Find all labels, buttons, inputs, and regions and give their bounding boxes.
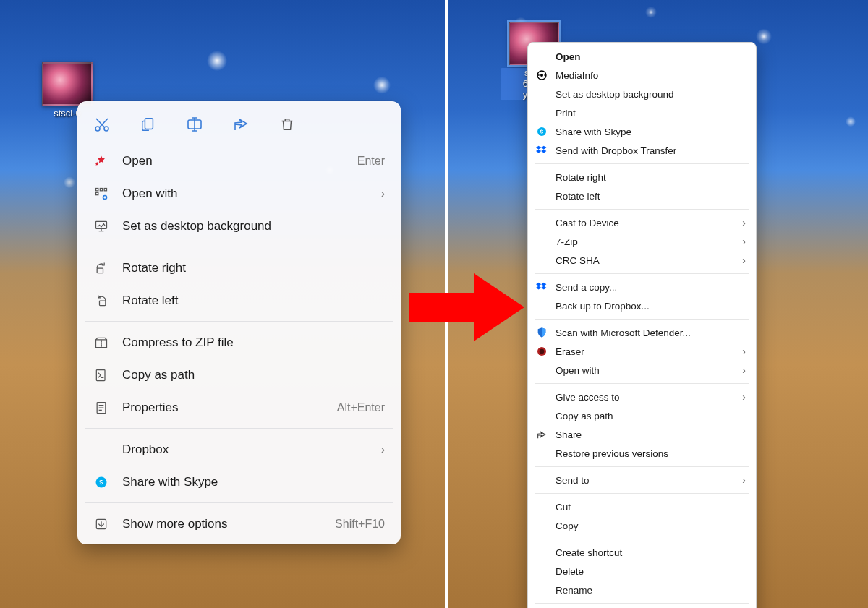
open-icon [93,153,109,169]
cut-icon[interactable] [92,114,112,134]
separator [535,383,749,384]
menu-item-print[interactable]: Print [528,103,756,122]
menu-item-rename[interactable]: Rename [528,581,756,599]
menu-item-set-as-desktop-background[interactable]: Set as desktop background [528,85,756,103]
menu-item-send-to[interactable]: Send to› [528,471,756,489]
mediainfo-icon [535,69,548,82]
menu-item-share-with-skype[interactable]: Share with Skype [77,466,401,498]
context-menu-action-row [77,101,401,145]
chevron-right-icon: › [742,391,746,403]
menu-item-copy-as-path[interactable]: Copy as path [528,406,756,425]
menu-item-label: Copy as path [556,411,746,421]
menu-item-delete[interactable]: Delete [528,562,756,581]
svg-rect-5 [100,188,102,190]
share-icon [535,428,548,441]
menu-item-mediainfo[interactable]: MediaInfo [528,66,756,85]
menu-item-rotate-left[interactable]: Rotate left [528,187,756,205]
blank-icon [535,447,548,460]
menu-item-open[interactable]: OpenEnter [77,145,401,177]
blank-icon [535,364,548,377]
openwith-icon [93,186,109,202]
svg-rect-10 [97,268,103,273]
menu-item-scan-with-microsoft-defender[interactable]: Scan with Microsoft Defender... [528,323,756,342]
menu-item-compress-to-zip-file[interactable]: Compress to ZIP file [77,326,401,359]
menu-item-show-more-options[interactable]: Show more optionsShift+F10 [77,508,401,540]
menu-item-dropbox[interactable]: Dropbox› [77,433,401,466]
menu-item-rotate-right[interactable]: Rotate right [528,168,756,187]
separator [535,539,749,539]
menu-item-open-with[interactable]: Open with› [77,177,401,210]
blank-icon [535,583,548,596]
menu-item-give-access-to[interactable]: Give access to› [528,388,756,406]
blank-icon [535,546,548,559]
menu-item-send-a-copy[interactable]: Send a copy... [528,278,756,296]
menu-item-label: Copy as path [122,368,385,382]
menu-item-share-with-skype[interactable]: Share with Skype [528,122,756,141]
svg-rect-7 [96,192,98,194]
menu-item-share[interactable]: Share [528,425,756,444]
menu-item-back-up-to-dropbox[interactable]: Back up to Dropbox... [528,296,756,315]
blank-icon [535,106,548,119]
blank-icon [535,390,548,403]
separator [535,273,749,274]
chevron-right-icon: › [381,443,385,456]
menu-item-label: Send with Dropbox Transfer [556,145,746,156]
separator [85,428,393,429]
menu-item-label: Open with [556,365,742,376]
svg-rect-6 [104,188,106,190]
menu-item-label: Show more options [122,517,335,531]
menu-item-7-zip[interactable]: 7-Zip› [528,232,756,251]
eraser-icon [535,345,548,358]
menu-item-copy-as-path[interactable]: Copy as path [77,359,401,391]
menu-item-properties[interactable]: PropertiesAlt+Enter [77,391,401,424]
more-icon [93,516,109,532]
menu-item-open[interactable]: Open [528,47,756,66]
menu-item-cast-to-device[interactable]: Cast to Device› [528,213,756,232]
menu-item-label: Rotate right [122,261,385,275]
blank-icon [535,189,548,202]
blank-icon [535,409,548,422]
zip-icon [93,335,109,351]
separator [535,319,749,320]
menu-item-create-shortcut[interactable]: Create shortcut [528,543,756,562]
blank-icon [535,565,548,578]
menu-item-cut[interactable]: Cut [528,497,756,516]
share-icon[interactable] [231,114,251,134]
menu-item-label: Dropbox [122,442,381,457]
menu-item-open-with[interactable]: Open with› [528,361,756,380]
menu-item-label: CRC SHA [556,255,742,266]
menu-item-label: Eraser [556,346,742,357]
menu-item-label: Compress to ZIP file [122,335,385,350]
blank-icon [535,171,548,184]
menu-item-label: Cast to Device [556,218,742,228]
dropbox-icon [535,281,548,294]
separator [535,209,749,210]
menu-item-label: Send to [556,475,742,486]
menu-item-rotate-left[interactable]: Rotate left [77,284,401,317]
menu-item-set-as-desktop-background[interactable]: Set as desktop background [77,210,401,242]
svg-point-1 [104,127,109,131]
menu-item-label: Set as desktop background [556,89,746,100]
menu-item-crc-sha[interactable]: CRC SHA› [528,251,756,270]
menu-item-label: Rotate left [122,294,385,308]
blank-icon [93,442,109,458]
delete-icon[interactable] [277,114,297,134]
copypath-icon [93,367,109,383]
chevron-right-icon: › [742,254,746,266]
menu-item-accelerator: Alt+Enter [337,401,385,414]
menu-item-send-with-dropbox-transfer[interactable]: Send with Dropbox Transfer [528,141,756,160]
chevron-right-icon: › [742,364,746,376]
blank-icon [535,216,548,229]
menu-item-eraser[interactable]: Eraser› [528,342,756,361]
menu-item-restore-previous-versions[interactable]: Restore previous versions [528,444,756,463]
copy-icon[interactable] [138,114,158,134]
menu-item-rotate-right[interactable]: Rotate right [77,252,401,284]
menu-item-label: Give access to [556,392,742,403]
skype-icon [535,125,548,138]
rename-icon[interactable] [184,114,205,134]
menu-item-label: Rotate left [556,191,746,202]
skype-icon [93,474,109,490]
blank-icon [535,474,548,487]
menu-item-label: Restore previous versions [556,448,746,459]
menu-item-copy[interactable]: Copy [528,516,756,535]
